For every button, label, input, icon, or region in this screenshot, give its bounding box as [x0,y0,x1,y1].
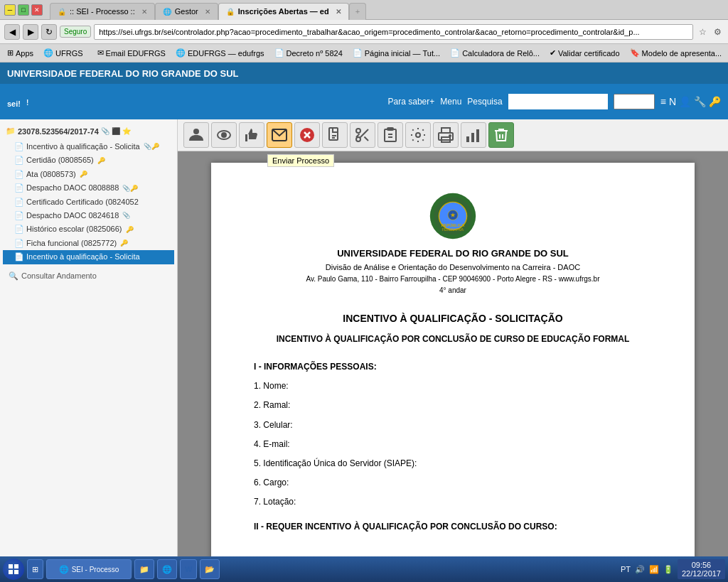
bookmark-ufrgs-icon: 🌐 [43,48,53,58]
taskbar-item-sei[interactable]: 🌐 SEI - Processo [46,559,132,579]
toolbar-btn-consult[interactable] [183,122,209,148]
taskbar-item-chrome[interactable]: 🌐 [157,559,177,579]
bookmark-pagina[interactable]: 📄 Página inicial — Tut... [348,47,444,59]
process-block-icon[interactable]: ⬛ [112,127,120,135]
tab-sei-close[interactable]: ✕ [141,8,147,16]
tab-gestor[interactable]: 🌐 Gestor ✕ [155,3,218,20]
document-page: REPÚBLICA FEDERATIVA UNIVERSIDADE FEDERA… [211,163,695,566]
tab-gestor-close[interactable]: ✕ [205,8,210,16]
address-input[interactable] [94,24,693,40]
start-button[interactable] [3,559,24,580]
bookmark-edufrgs[interactable]: 🌐 EDUFRGS — edufrgs [171,47,269,59]
back-button[interactable]: ◀ [4,24,20,40]
toolbar-btn-sign[interactable] [239,122,264,148]
maximize-button[interactable]: □ [18,4,29,16]
sidebar-item-4[interactable]: 📄 Certificado Certificado (0824052 [3,195,174,209]
reload-button[interactable]: ↻ [41,24,57,40]
taskbar-sei-label: SEI - Processo [72,566,119,573]
sei-header: sei! ! Para saber+ Menu Pesquisa DAOC ≡ … [0,84,728,119]
document-area[interactable]: REPÚBLICA FEDERATIVA UNIVERSIDADE FEDERA… [178,151,728,566]
sidebar-item-1[interactable]: 📄 Certidão (0808565) 🔑 [3,153,174,167]
sidebar-action-consultar[interactable]: 🔍 Consultar Andamento [3,269,174,282]
process-number[interactable]: 23078.523564/2017-74 [18,127,99,136]
bookmark-modelo[interactable]: 🔖 Modelo de apresenta... [626,47,727,59]
process-edit-icon[interactable]: 📎 [101,127,109,135]
doc-crest: REPÚBLICA FEDERATIVA [428,191,478,241]
doc-icon-8: 📄 [14,252,24,262]
bookmark-validar[interactable]: ✔ Validar certificado [545,47,624,59]
bookmark-email-label: Email EDUFRGS [106,49,166,58]
process-star-icon[interactable]: ⭐ [122,127,131,135]
sidebar-item-8[interactable]: 📄 Incentivo à qualificação - Solicita [3,250,174,264]
taskbar-chrome-icon: 🌐 [162,565,172,574]
sidebar-item-6[interactable]: 📄 Histórico escolar (0825066) 🔑 [3,222,174,236]
toolbar-btn-cancel[interactable] [294,122,320,148]
tab-new[interactable]: + [349,3,366,20]
toolbar-btn-stats[interactable] [461,122,486,148]
search-icon: 🔍 [9,271,18,281]
sidebar-item-icons-3: 📎🔑 [122,184,138,193]
taskbar-battery-icon[interactable]: 🔋 [663,565,673,574]
menu-link[interactable]: Menu [440,97,461,107]
sidebar-item-icons-1: 🔑 [97,156,105,166]
taskbar-folder-icon: 📂 [205,565,215,574]
wrench-icon[interactable]: 🔧 [694,96,706,107]
taskbar: ⊞ 🌐 SEI - Processo 📁 🌐 W 📂 PT 🔊 📶 🔋 09:5… [0,556,728,582]
toolbar-btn-send[interactable]: Enviar Processo [267,122,292,148]
taskbar-item-word[interactable]: W [180,559,197,579]
tab-inscricoes-close[interactable]: ✕ [336,8,341,16]
taskbar-item-explorer[interactable]: 📁 [134,559,154,579]
taskbar-item-windows[interactable]: ⊞ [27,559,43,579]
unit-select[interactable]: DAOC [614,94,655,109]
sidebar-item-2[interactable]: 📄 Ata (0808573) 🔑 [3,168,174,181]
bookmark-decreto[interactable]: 📄 Decreto nº 5824 [270,47,347,59]
minimize-button[interactable]: ─ [4,4,16,16]
bookmark-ufrgs[interactable]: 🌐 UFRGS [39,47,87,59]
taskbar-sei-icon: 🌐 [59,565,69,574]
user-icon[interactable]: 👤 [679,96,691,107]
bookmark-star-icon[interactable]: ☆ [696,26,709,38]
svg-point-19 [416,133,420,137]
toolbar-btn-view[interactable] [211,122,237,148]
bookmark-validar-icon: ✔ [550,48,556,58]
taskbar-item-folder[interactable]: 📂 [200,559,220,579]
bookmark-calc[interactable]: 📄 Calculadora de Relô... [446,47,544,59]
key-icon[interactable]: 🔑 [709,96,721,107]
forward-button[interactable]: ▶ [23,24,38,40]
apps-grid-icon: ⊞ [7,48,14,58]
sidebar-item-5[interactable]: 📄 Despacho DAOC 0824618 📎 [3,209,174,222]
sidebar-item-icons-2: 🔑 [80,170,87,179]
bookmarks-bar: ⊞ Apps 🌐 UFRGS ✉ Email EDUFRGS 🌐 EDUFRGS… [0,44,728,63]
toolbar-btn-delete[interactable] [488,122,514,148]
search-input[interactable] [508,94,608,109]
toolbar-btn-cut[interactable] [350,122,375,148]
toolbar-btn-print[interactable] [433,122,459,148]
sidebar-item-label-0: Incentivo à qualificação - Solicita [26,141,140,152]
sidebar-item-3[interactable]: 📄 Despacho DAOC 0808888 📎🔑 [3,181,174,195]
tab-sei[interactable]: 🔒 :: SEI - Processo :: ✕ [50,3,155,20]
doc-division: Divisão de Análise e Orientação do Desen… [254,262,652,274]
toolbar-btn-clipboard[interactable] [378,122,403,148]
tab-inscricoes[interactable]: 🔒 Inscrições Abertas — ed ✕ [218,3,349,20]
tab-gestor-icon: 🌐 [163,8,171,16]
toolbar-btn-config[interactable] [405,122,431,148]
taskbar-volume-icon[interactable]: 🔊 [635,565,645,574]
notification-icon[interactable]: N [669,96,676,107]
bookmark-apps[interactable]: ⊞ Apps [3,47,38,59]
doc-field-5: 5. Identificação Única do Servidor (SIAP… [254,457,652,470]
bookmark-email[interactable]: ✉ Email EDUFRGS [93,47,170,59]
close-button[interactable]: ✕ [31,4,43,16]
pesquisa-link[interactable]: Pesquisa [467,97,502,107]
sidebar-item-0[interactable]: 📄 Incentivo à qualificação - Solicita 📎🔑 [3,140,174,153]
window-controls: ─ □ ✕ [4,4,43,16]
sidebar-item-7[interactable]: 📄 Ficha funcional (0825772) 🔑 [3,237,174,250]
tab-sei-icon: 🔒 [58,8,66,16]
taskbar-network-icon[interactable]: 📶 [649,565,659,574]
secure-indicator: Seguro [60,26,91,38]
settings-icon[interactable]: ⚙ [711,26,724,38]
doc-header: REPÚBLICA FEDERATIVA UNIVERSIDADE FEDERA… [254,191,652,296]
para-saber-link[interactable]: Para saber+ [388,97,435,107]
toolbar-btn-include-doc[interactable] [322,122,348,148]
menu-icon[interactable]: ≡ [660,96,666,107]
bookmark-pagina-label: Página inicial — Tut... [365,49,440,58]
